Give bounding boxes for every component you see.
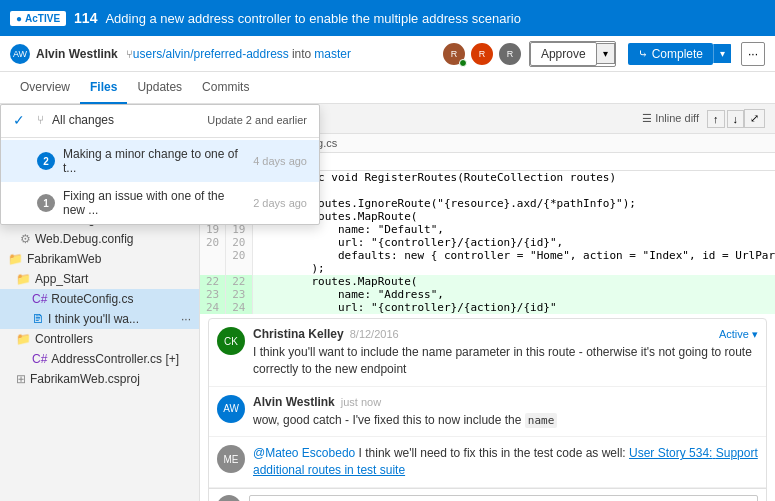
comment-header-1: Christina Kelley 8/12/2016 Active ▾ xyxy=(253,327,758,341)
reviewers: R R R Approve ▾ ⤷ Complete ▾ ··· xyxy=(441,41,765,67)
line-content: defaults: new { controller = "Home", act… xyxy=(252,249,775,262)
source-branch-link[interactable]: users/alvin/preferred-address xyxy=(133,47,289,61)
cs-file-icon: C# xyxy=(32,352,47,366)
line-num-new: 20 xyxy=(226,236,252,249)
tree-item-label: RouteConfig.cs xyxy=(51,292,133,306)
complete-icon: ⤷ xyxy=(638,47,648,61)
table-row: 20 20 url: "{controller}/{action}/{id}", xyxy=(200,236,775,249)
tab-overview[interactable]: Overview xyxy=(10,72,80,104)
comment-author-1: Christina Kelley xyxy=(253,327,344,341)
line-content: url: "{controller}/{action}/{id}", xyxy=(252,236,775,249)
comment-text-3: @Mateo Escobedo I think we'll need to fi… xyxy=(253,445,758,479)
reviewer-avatar-3[interactable]: R xyxy=(497,41,523,67)
toggle-icon: ☰ xyxy=(642,112,652,124)
line-content: name: "Default", xyxy=(252,223,775,236)
comment-body-2: Alvin Westlink just now wow, good catch … xyxy=(253,395,758,429)
tree-item-webdebugconfig[interactable]: ⚙ Web.Debug.config xyxy=(0,229,199,249)
comment-1: CK Christina Kelley 8/12/2016 Active ▾ I… xyxy=(209,319,766,387)
dropdown-divider xyxy=(1,137,319,138)
cs-file-icon: C# xyxy=(32,292,47,306)
tree-item-fabrikamwebcsproj[interactable]: ⊞ FabrikamWeb.csproj xyxy=(0,369,199,389)
line-content: ); xyxy=(252,262,775,275)
comment-active-badge[interactable]: Active ▾ xyxy=(719,328,758,341)
comment-author-2: Alvin Westlink xyxy=(253,395,335,409)
tab-updates[interactable]: Updates xyxy=(127,72,192,104)
tree-item-label: App_Start xyxy=(35,272,88,286)
tab-commits[interactable]: Commits xyxy=(192,72,259,104)
more-options-button[interactable]: ··· xyxy=(741,42,765,66)
tree-item-label: Web.Debug.config xyxy=(35,232,134,246)
tab-files[interactable]: Files xyxy=(80,72,127,104)
tree-item-label: FabrikamWeb xyxy=(27,252,101,266)
line-content: routes.MapRoute( xyxy=(252,210,775,223)
branch-info: users/alvin/preferred-address into maste… xyxy=(133,47,351,61)
top-bar: ● AcTIVE 114 Adding a new address contro… xyxy=(0,0,775,36)
tree-item-label: I think you'll wa... xyxy=(48,312,139,326)
inline-diff-toggle[interactable]: ☰ Inline diff xyxy=(642,112,699,125)
reviewer-avatars: R R R xyxy=(441,41,523,67)
author-avatar: AW xyxy=(10,44,30,64)
comment-text-2: wow, good catch - I've fixed this to now… xyxy=(253,412,758,429)
nav-tabs: Overview Files Updates Commits xyxy=(0,72,775,104)
target-branch-link[interactable]: master xyxy=(314,47,351,61)
reviewer-avatar-2[interactable]: R xyxy=(469,41,495,67)
tree-item-label: AddressController.cs [+] xyxy=(51,352,179,366)
tree-item-controllers[interactable]: 📁 Controllers xyxy=(0,329,199,349)
reviewer-avatar-1[interactable]: R xyxy=(441,41,467,67)
diff-nav-buttons: ↑ ↓ xyxy=(707,110,744,128)
folder-icon: 📁 xyxy=(16,272,31,286)
reply-input[interactable] xyxy=(249,495,758,501)
approve-dropdown-button[interactable]: ▾ xyxy=(597,43,615,64)
approve-button[interactable]: Approve xyxy=(530,42,597,66)
file-icon: 🖹 xyxy=(32,312,44,326)
dropdown-update: Update 2 and earlier xyxy=(207,114,307,126)
complete-button-group: ⤷ Complete ▾ xyxy=(622,43,731,65)
next-diff-button[interactable]: ↓ xyxy=(727,110,745,128)
line-content: static void RegisterRoutes(RouteCollecti… xyxy=(252,171,775,184)
table-row: 22 22 routes.MapRoute( xyxy=(200,275,775,288)
comment-2: AW Alvin Westlink just now wow, good cat… xyxy=(209,387,766,438)
dropdown-git-icon: ⑂ xyxy=(37,113,44,127)
main-content: All changes ▾ ⊞ Tree | ☰ All 📄 applicati… xyxy=(0,104,775,501)
branch-icon: ⑂ xyxy=(126,48,133,60)
dropdown-label: Fixing an issue with one of the new ... xyxy=(63,189,245,217)
tree-item-fabrikamweb[interactable]: 📁 FabrikamWeb xyxy=(0,249,199,269)
line-content: routes.IgnoreRoute("{resource}.axd/{*pat… xyxy=(252,197,775,210)
update-num-badge-gray: 1 xyxy=(37,194,55,212)
expand-button[interactable]: ⤢ xyxy=(744,109,765,128)
line-num-old: 22 xyxy=(200,275,226,288)
tree-item-addresscontroller[interactable]: C# AddressController.cs [+] xyxy=(0,349,199,369)
line-num-new: 22 xyxy=(226,275,252,288)
author-name: Alvin Westlink xyxy=(36,47,118,61)
tree-item-ithink[interactable]: 🖹 I think you'll wa... ··· xyxy=(0,309,199,329)
author-bar: AW Alvin Westlink ⑂ users/alvin/preferre… xyxy=(0,36,775,72)
complete-button[interactable]: ⤷ Complete xyxy=(628,43,713,65)
tree-item-appstart[interactable]: 📁 App_Start xyxy=(0,269,199,289)
active-badge: ● AcTIVE xyxy=(10,11,66,26)
comment-time-2: just now xyxy=(341,396,381,408)
dropdown-item-2[interactable]: 2 Making a minor change to one of t... 4… xyxy=(1,140,319,182)
line-num-old xyxy=(200,249,226,262)
line-num-old: 20 xyxy=(200,236,226,249)
table-row: 23 23 name: "Address", xyxy=(200,288,775,301)
table-row: 20 defaults: new { controller = "Home", … xyxy=(200,249,775,262)
more-options-icon[interactable]: ··· xyxy=(181,312,191,326)
line-content: url: "{controller}/{action}/{id}" xyxy=(252,301,775,314)
line-num-old xyxy=(200,262,226,275)
inline-code: name xyxy=(525,413,558,428)
dropdown-item-all[interactable]: ✓ ⑂ All changes Update 2 and earlier xyxy=(1,105,319,135)
check-icon: ✓ xyxy=(13,112,29,128)
tree-item-routeconfig[interactable]: C# RouteConfig.cs xyxy=(0,289,199,309)
active-label: AcTIVE xyxy=(25,13,60,24)
at-mention: @Mateo Escobedo xyxy=(253,446,355,460)
approve-button-group: Approve ▾ xyxy=(529,41,616,67)
complete-dropdown-button[interactable]: ▾ xyxy=(713,44,731,63)
table-row: ); xyxy=(200,262,775,275)
line-num-old: 24 xyxy=(200,301,226,314)
dropdown-item-1[interactable]: 1 Fixing an issue with one of the new ..… xyxy=(1,182,319,224)
comment-time-1: 8/12/2016 xyxy=(350,328,399,340)
comment-text-1: I think you'll want to include the name … xyxy=(253,344,758,378)
reply-box xyxy=(209,488,766,501)
dropdown-label: All changes xyxy=(52,113,199,127)
prev-diff-button[interactable]: ↑ xyxy=(707,110,725,128)
